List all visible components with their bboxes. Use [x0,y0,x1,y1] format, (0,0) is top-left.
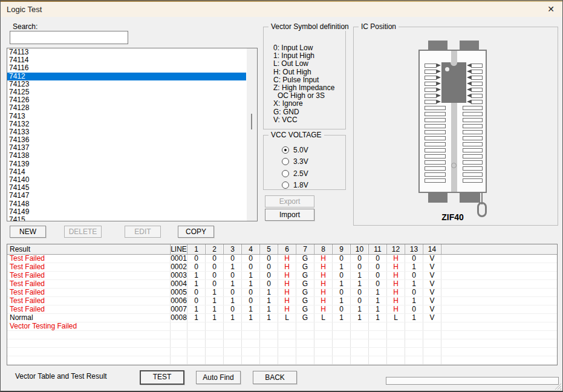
table-row[interactable]: Vector Testing Failed [7,322,557,331]
table-row[interactable] [7,339,557,348]
ic-list-item[interactable]: 7412 [7,73,246,80]
pin-value-cell: 0 [242,263,260,271]
ic-list-item[interactable]: 74113 [7,48,246,56]
table-row[interactable]: Test Failed000601101HGH101H1V [7,297,557,305]
ic-list-item[interactable]: 74140 [7,176,246,184]
back-button[interactable]: BACK [253,371,297,384]
table-row[interactable]: Test Failed000200100HGH100H1V [7,263,557,272]
search-input[interactable] [10,31,128,44]
pin-value-cell: 1 [351,280,369,288]
import-button[interactable]: Import [265,209,314,221]
close-icon[interactable]: ✕ [544,3,558,15]
pin-value-cell [242,339,260,347]
column-header[interactable]: 9 [333,244,351,254]
ic-list-item[interactable]: 74128 [7,104,246,112]
radio-icon[interactable] [282,146,289,154]
ic-list-item[interactable]: 74137 [7,144,246,152]
delete-button[interactable]: DELETE [64,226,102,238]
pin-slot [463,112,483,116]
ic-list-item[interactable]: 74126 [7,96,246,104]
table-row[interactable]: Test Failed000410110HGH110H1V [7,280,557,289]
ic-list-item[interactable]: 74132 [7,120,246,128]
column-header[interactable]: LINE [171,244,187,254]
column-header[interactable]: 3 [224,244,242,254]
line-cell: 0007 [171,305,187,313]
ic-list-item[interactable]: 7413 [7,113,246,120]
table-row[interactable]: Test Failed000711011HGH011H0V [7,305,557,314]
vcc-option[interactable]: 1.8V [264,180,345,192]
result-cell [7,339,171,347]
radio-icon[interactable] [282,170,289,177]
ic-list-item[interactable]: 74139 [7,160,246,168]
test-button[interactable]: TEST [140,370,184,385]
ic-list-item[interactable]: 7415 [7,216,246,221]
vcc-option[interactable]: 5.0V [264,144,345,156]
socket-label: ZIF40 [418,212,487,222]
vcc-option[interactable]: 2.5V [264,168,345,180]
new-button[interactable]: NEW [10,226,46,238]
result-table[interactable]: ResultLINE1234567891011121314 Test Faile… [7,244,558,365]
pin-value-cell [405,331,423,339]
ic-list-item[interactable]: 74148 [7,200,246,208]
pin-value-cell: H [278,272,296,279]
filler-cell [441,272,557,279]
column-header[interactable]: 5 [260,244,278,254]
ic-list-item[interactable]: 74125 [7,88,246,96]
table-row[interactable]: Test Failed000501001HGH001H0V [7,289,557,297]
ic-list-item[interactable]: 74123 [7,80,246,88]
column-header[interactable]: 2 [206,244,224,254]
pin-slot [425,118,446,122]
radio-icon[interactable] [282,158,289,165]
column-header[interactable]: 6 [278,244,296,254]
edit-button[interactable]: EDIT [125,226,161,238]
ic-list-item[interactable]: 7414 [7,168,246,176]
ic-list-item[interactable]: 74136 [7,136,246,144]
auto-find-button[interactable]: Auto Find [196,371,241,384]
pin-value-cell [423,356,441,364]
ic-list-item[interactable]: 74147 [7,192,246,200]
ic-list-item[interactable]: 74116 [7,64,246,72]
ic-list[interactable]: 7411374114741167412741237412574126741287… [7,48,258,221]
result-table-header[interactable]: ResultLINE1234567891011121314 [7,244,557,255]
table-row[interactable] [7,331,557,339]
table-row[interactable]: Test Failed000100000HGH000H0V [7,255,557,263]
pin-value-cell: 1 [187,305,206,313]
pin-value-cell: H [278,297,296,305]
pin-value-cell: H [314,305,333,313]
vcc-option[interactable]: 3.3V [264,156,345,168]
copy-button[interactable]: COPY [178,226,214,238]
ic-list-item[interactable]: 74133 [7,128,246,136]
pin-value-cell [224,356,242,364]
column-header[interactable]: 12 [387,244,405,254]
result-table-body[interactable]: Test Failed000100000HGH000H0VTest Failed… [7,255,557,365]
scrollbar-thumb[interactable] [251,114,252,129]
table-row[interactable]: Normal000811111LGL111L1V [7,314,557,322]
ic-list-item[interactable]: 74149 [7,208,246,216]
pin-value-cell: 1 [260,297,278,305]
column-header[interactable]: 11 [369,244,387,254]
column-header[interactable]: 8 [314,244,333,254]
pin-value-cell [314,322,333,330]
column-header[interactable]: 14 [423,244,441,254]
table-row[interactable] [7,356,557,365]
ic-list-scrollbar[interactable] [247,48,257,221]
export-button[interactable]: Export [265,195,314,207]
column-header[interactable]: Result [7,244,171,254]
table-row[interactable] [7,348,557,356]
table-row[interactable]: Test Failed000310010HGH010H0V [7,272,557,280]
ic-list-item[interactable]: 74145 [7,184,246,192]
ic-list-item[interactable]: 74114 [7,56,246,64]
column-header[interactable]: 4 [242,244,260,254]
column-header[interactable]: 13 [405,244,423,254]
pin-value-cell: H [314,263,333,271]
column-header[interactable]: 7 [296,244,314,254]
vcc-option-label: 2.5V [293,169,308,178]
radio-icon[interactable] [282,181,289,189]
pin-value-cell: H [387,272,405,279]
ic-list-item[interactable]: 74138 [7,152,246,160]
column-header[interactable]: 1 [187,244,206,254]
pin-value-cell [369,331,387,339]
line-cell: 0003 [171,272,187,279]
pin-value-cell: H [387,305,405,313]
column-header[interactable]: 10 [351,244,369,254]
